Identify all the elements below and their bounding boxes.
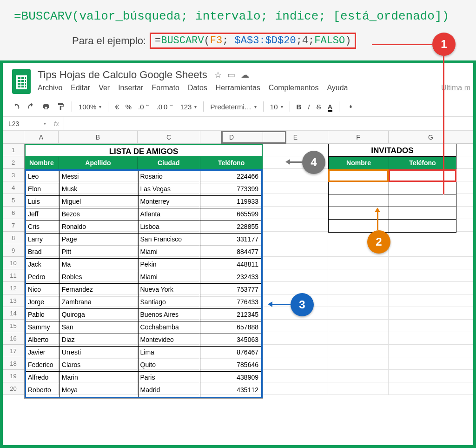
table-cell[interactable]: Pitt	[60, 246, 139, 258]
table-cell[interactable]: Nueva York	[139, 284, 201, 296]
table-cell[interactable]: Page	[60, 234, 139, 246]
table-cell[interactable]: 876467	[200, 347, 261, 359]
redo-icon[interactable]	[27, 102, 35, 111]
table-cell[interactable]: Paris	[139, 372, 201, 384]
menu-editar[interactable]: Editar	[71, 84, 90, 92]
cell-F18[interactable]	[328, 357, 389, 370]
row-header-5[interactable]: 5	[3, 194, 24, 207]
table-row[interactable]: ElonMuskLas Vegas773399	[26, 183, 261, 196]
table-cell[interactable]: Santiago	[139, 296, 201, 308]
col-header-C[interactable]: C	[138, 131, 200, 143]
table-cell[interactable]: 438909	[200, 372, 261, 384]
table-cell[interactable]: Monterrey	[139, 196, 201, 208]
table-cell[interactable]: Diaz	[60, 334, 139, 346]
table-cell[interactable]: 224466	[200, 171, 261, 183]
row-header-13[interactable]: 13	[3, 294, 24, 307]
cell-F19[interactable]	[328, 370, 389, 382]
table-cell[interactable]: Quiroga	[60, 309, 139, 321]
cell-E16[interactable]	[263, 332, 328, 345]
cell-G15[interactable]	[389, 320, 473, 332]
cell-G19[interactable]	[389, 370, 473, 382]
table-row[interactable]: CrisRonaldoLisboa228855	[26, 221, 261, 234]
table-cell[interactable]: Zambrana	[60, 296, 139, 308]
cell-E20[interactable]	[263, 382, 328, 395]
cell-F16[interactable]	[328, 332, 389, 345]
cell-E18[interactable]	[263, 357, 328, 370]
col-header-A[interactable]: A	[24, 131, 59, 143]
col-header-F[interactable]: F	[328, 131, 389, 143]
name-box[interactable]: L23 ▾	[3, 117, 49, 130]
row-header-18[interactable]: 18	[3, 357, 24, 370]
row-header-14[interactable]: 14	[3, 307, 24, 320]
table-cell[interactable]: Quito	[139, 359, 201, 371]
percent-format[interactable]: %	[126, 103, 132, 111]
table-cell[interactable]: San Francisco	[139, 234, 201, 246]
cell-E6[interactable]	[263, 207, 328, 219]
cell-E5[interactable]	[263, 194, 328, 207]
table-row[interactable]: JeffBezosAtlanta665599	[26, 208, 261, 221]
table-row[interactable]: LarryPageSan Francisco331177	[26, 234, 261, 246]
table-cell[interactable]: Brad	[26, 246, 60, 258]
table-row[interactable]: AlbertoDiazMontevideo345063	[26, 334, 261, 347]
table-cell[interactable]: 331177	[200, 234, 261, 246]
text-color-button[interactable]: A	[328, 103, 333, 111]
row-header-4[interactable]: 4	[3, 181, 24, 194]
table-row[interactable]: PabloQuirogaBuenos Aires212345	[26, 309, 261, 321]
row-header-15[interactable]: 15	[3, 320, 24, 332]
table-cell[interactable]: Fernandez	[60, 284, 139, 296]
menu-complementos[interactable]: Complementos	[269, 84, 319, 92]
bold-button[interactable]: B	[297, 103, 302, 111]
row-header-8[interactable]: 8	[3, 232, 24, 244]
table-cell[interactable]: 232433	[200, 271, 261, 283]
star-icon[interactable]: ☆	[214, 70, 222, 80]
cell-G8[interactable]	[389, 232, 473, 244]
table-row[interactable]: BradPittMiami884477	[26, 246, 261, 259]
table-cell[interactable]: Alfredo	[26, 372, 60, 384]
cell-F10[interactable]	[328, 257, 389, 269]
table-cell[interactable]: Jack	[26, 259, 60, 271]
cell-E19[interactable]	[263, 370, 328, 382]
menu-ver[interactable]: Ver	[99, 84, 110, 92]
table-row[interactable]: FedericoClarosQuito785646	[26, 359, 261, 372]
row-header-1[interactable]: 1	[3, 144, 24, 156]
table-cell[interactable]: Lisboa	[139, 221, 201, 233]
number-format-dropdown[interactable]: 123	[180, 103, 197, 111]
cell-E11[interactable]	[263, 269, 328, 282]
formula-bar[interactable]	[64, 117, 473, 130]
menu-insertar[interactable]: Insertar	[118, 84, 143, 92]
table-cell[interactable]: Larry	[26, 234, 60, 246]
table-cell[interactable]: Miguel	[60, 196, 139, 208]
cell-F12[interactable]	[328, 282, 389, 294]
table-row[interactable]: LeoMessiRosario224466	[26, 171, 261, 183]
table-cell[interactable]: Luis	[26, 196, 60, 208]
table-cell[interactable]: Musk	[60, 183, 139, 195]
cell-E4[interactable]	[263, 181, 328, 194]
row-header-17[interactable]: 17	[3, 345, 24, 357]
decrease-decimal[interactable]: .0←	[138, 103, 150, 111]
table-row[interactable]: RobertoMoyaMadrid435112	[26, 384, 261, 397]
table-cell[interactable]: Miami	[139, 246, 201, 258]
cell-F17[interactable]	[328, 345, 389, 357]
table-cell[interactable]: Las Vegas	[139, 183, 201, 195]
row-header-7[interactable]: 7	[3, 219, 24, 232]
move-folder-icon[interactable]: ▭	[227, 70, 235, 80]
table-cell[interactable]: Robles	[60, 271, 139, 283]
table-cell[interactable]: Rosario	[139, 171, 201, 183]
table-cell[interactable]: Federico	[26, 359, 60, 371]
row-header-9[interactable]: 9	[3, 244, 24, 257]
table-cell[interactable]: Pedro	[26, 271, 60, 283]
doc-title[interactable]: Tips Hojas de Calculo Google Sheets	[38, 69, 207, 81]
table-cell[interactable]: Madrid	[139, 384, 201, 397]
cell-F20[interactable]	[328, 382, 389, 395]
row-header-19[interactable]: 19	[3, 370, 24, 382]
cell-E15[interactable]	[263, 320, 328, 332]
table-row[interactable]: JackMaPekin448811	[26, 259, 261, 271]
currency-format[interactable]: €	[115, 103, 119, 111]
table-cell[interactable]: Pekin	[139, 259, 201, 271]
table-cell[interactable]: 212345	[200, 309, 261, 321]
table-cell[interactable]: Roberto	[26, 384, 60, 397]
fill-color-icon[interactable]	[346, 102, 354, 111]
menu-archivo[interactable]: Archivo	[38, 84, 62, 92]
menu-datos[interactable]: Datos	[188, 84, 207, 92]
menu-formato[interactable]: Formato	[152, 84, 179, 92]
